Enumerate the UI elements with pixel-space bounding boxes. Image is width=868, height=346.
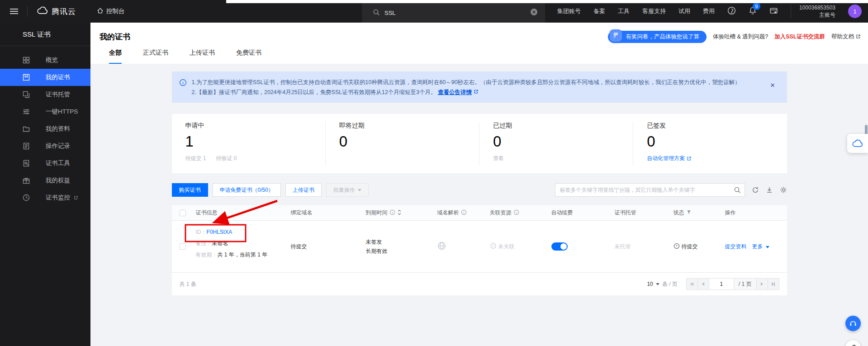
more-actions-link[interactable]: 更多: [752, 243, 769, 251]
total-count: 共 1 条: [180, 280, 196, 288]
menu-support[interactable]: 客服支持: [642, 7, 666, 15]
console-link[interactable]: 控制台: [97, 7, 125, 15]
tool-icon: [849, 344, 857, 346]
tab-paid-certs[interactable]: 正式证书: [143, 49, 168, 64]
first-page-button[interactable]: [686, 278, 698, 290]
sidebar-item-cert-hosting[interactable]: 证书托管: [0, 86, 90, 103]
external-link-icon: [474, 89, 479, 95]
support-circle-icon[interactable]: [727, 6, 736, 16]
prev-page-button[interactable]: [697, 278, 709, 290]
expire-line1: 未签发: [366, 237, 388, 246]
automation-plan-link[interactable]: 自动化管理方案: [647, 155, 692, 162]
sidebar-item-one-click-https[interactable]: 一键HTTPS: [0, 103, 90, 120]
menu-billing[interactable]: 费用: [703, 7, 715, 15]
global-search[interactable]: SSL: [362, 3, 545, 23]
menu-tools[interactable]: 工具: [618, 7, 630, 15]
current-page-input[interactable]: [709, 278, 734, 290]
log-icon: [23, 142, 30, 150]
help-doc-link[interactable]: 帮助文档: [831, 33, 861, 41]
view-link[interactable]: 查看: [493, 155, 504, 162]
apply-free-cert-button[interactable]: 申请免费证书（0/50）: [213, 183, 281, 197]
content-header: 我的证书 有奖问卷，产品体验您说了算 体验吐槽 & 遇到问题? 加入SSL证书交…: [90, 23, 868, 64]
console-settings-icon[interactable]: [769, 7, 778, 16]
download-icon[interactable]: [766, 186, 773, 194]
keyword-search-input[interactable]: [555, 183, 745, 197]
select-all-checkbox[interactable]: [180, 210, 186, 216]
stat-card-expiring: 即将过期 0: [325, 122, 479, 166]
stat-label: 即将过期: [339, 122, 465, 130]
sidebar-item-cert-monitor[interactable]: 证书监控: [0, 189, 90, 206]
announcement-link[interactable]: 查看公告详情: [438, 89, 472, 95]
refresh-icon[interactable]: [752, 186, 759, 194]
globe-icon[interactable]: [437, 242, 446, 251]
info-icon[interactable]: [461, 209, 467, 217]
account-info[interactable]: 100036853503 主账号: [791, 4, 835, 19]
auto-renew-toggle[interactable]: [551, 242, 568, 251]
row-checkbox[interactable]: [180, 243, 186, 250]
survey-promo-badge[interactable]: 有奖问卷，产品体验您说了算: [608, 31, 707, 43]
cert-tabs: 全部 正式证书 上传证书 免费证书: [109, 49, 261, 64]
sidebar-item-overview[interactable]: 概览: [0, 52, 90, 69]
cert-info-cell: ID：F0HLStXA 备注：未命名 有效期：共 1 年，当前第 1 年: [196, 221, 291, 272]
sidebar-item-operation-log[interactable]: 操作记录: [0, 137, 90, 155]
expire-cell: 未签发 长期有效: [366, 237, 388, 256]
next-page-button[interactable]: [756, 278, 768, 290]
notifications-bell-icon[interactable]: 9: [749, 6, 757, 16]
info-icon[interactable]: [513, 209, 519, 217]
stat-card-applying: 申请中 1 待提交 1 待验证 0: [172, 122, 325, 166]
clear-search-icon[interactable]: [530, 8, 538, 18]
account-type: 主账号: [799, 11, 835, 19]
batch-actions-button[interactable]: 批量操作: [326, 183, 369, 197]
join-group-link[interactable]: 加入SSL证书交流群: [774, 33, 825, 41]
status-pending-icon: [674, 243, 680, 251]
tab-uploaded-certs[interactable]: 上传证书: [190, 49, 215, 64]
headset-icon: [849, 319, 857, 327]
upload-cert-button[interactable]: 上传证书: [285, 183, 322, 197]
sidebar-item-label: 证书监控: [46, 194, 70, 202]
banner-close-icon[interactable]: ✕: [770, 82, 775, 88]
search-query[interactable]: SSL: [384, 9, 530, 16]
tab-free-certs[interactable]: 免费证书: [236, 49, 261, 64]
help-doc-label: 帮助文档: [831, 33, 854, 41]
tencent-cloud-logo[interactable]: 腾讯云: [37, 6, 76, 17]
remark-label: 备注：: [196, 240, 212, 246]
search-icon[interactable]: [734, 186, 741, 195]
col-expire-time: 到期时间: [366, 209, 388, 217]
cert-table: 证书信息 绑定域名 到期时间 域名解析 关联资源 自: [172, 205, 787, 295]
sort-icon[interactable]: [397, 209, 402, 217]
menu-group-account[interactable]: 集团账号: [557, 7, 581, 15]
feedback-float-tab[interactable]: [847, 134, 868, 153]
banner-line2: 2.【最新】接证书厂商通知，2024年4月25日以后，免费SSL证书有效期将从1…: [192, 89, 436, 95]
validity-label: 有效期：: [196, 251, 218, 258]
keyword-search: [555, 183, 745, 197]
overview-icon: [23, 57, 30, 64]
submit-materials-link[interactable]: 提交资料: [725, 243, 747, 251]
sidebar-item-cert-tools[interactable]: 证书工具: [0, 155, 90, 172]
sidebar-item-my-profile[interactable]: 我的资料: [0, 120, 90, 137]
page-size-select[interactable]: 10: [647, 281, 659, 287]
sidebar-item-my-certificates[interactable]: 我的证书: [0, 69, 90, 86]
stats-panel: 申请中 1 待提交 1 待验证 0 即将过期 0 已过期 0 查看: [172, 114, 787, 173]
sidebar-item-my-benefits[interactable]: 我的权益: [0, 172, 90, 189]
avatar[interactable]: 1: [848, 5, 862, 18]
menu-trial[interactable]: 试用: [678, 7, 690, 15]
console-label: 控制台: [106, 7, 125, 15]
filter-funnel-icon[interactable]: [686, 209, 692, 216]
certificate-id-link[interactable]: F0HLStXA: [207, 229, 232, 235]
sidebar: SSL 证书 概览 我的证书 证书托管 一键HTTPS 我的资料: [0, 23, 90, 346]
last-page-button[interactable]: [768, 278, 779, 290]
hamburger-menu-icon[interactable]: [10, 7, 18, 15]
sidebar-item-label: 一键HTTPS: [46, 108, 78, 116]
tab-all[interactable]: 全部: [109, 49, 122, 64]
customer-service-button[interactable]: [845, 316, 861, 331]
survey-promo-label: 有奖问卷，产品体验您说了算: [626, 33, 699, 41]
settings-gear-icon[interactable]: [780, 186, 787, 194]
info-icon[interactable]: [389, 209, 395, 217]
chevron-down-icon: [766, 246, 769, 248]
divider: [0, 46, 90, 46]
menu-icp[interactable]: 备案: [593, 7, 605, 15]
buy-cert-button[interactable]: 购买证书: [172, 183, 208, 197]
sidebar-item-label: 操作记录: [46, 142, 70, 150]
col-actions: 操作: [725, 209, 736, 217]
sidebar-title: SSL 证书: [0, 23, 90, 46]
